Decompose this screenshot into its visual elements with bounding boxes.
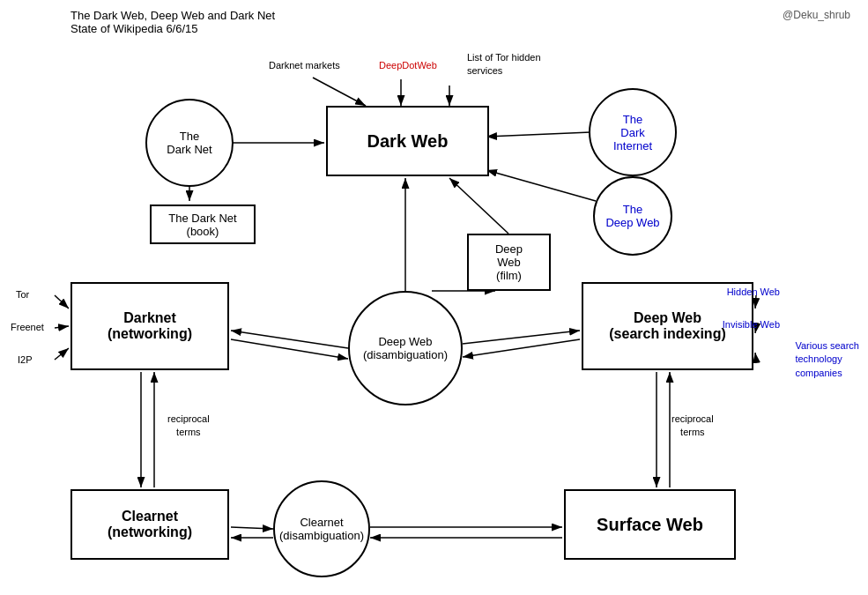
deep-web-search-label: Deep Web (search indexing) [609,310,725,342]
deepdotweb-label: DeepDotWeb [379,60,437,71]
invisible-web-label: Invisible Web [723,319,780,330]
the-dark-net-label: The Dark Net [167,130,211,156]
attribution: @Deku_shrub [783,9,850,21]
clearnet-networking-label: Clearnet (networking) [108,509,192,540]
dark-web-box: Dark Web [326,106,489,176]
the-dark-net-book-label: The Dark Net (book) [168,212,236,238]
freenet-label: Freenet [11,322,44,332]
reciprocal-left-label: reciprocalterms [167,413,210,440]
i2p-label: I2P [18,354,33,365]
svg-line-25 [55,326,69,328]
dark-web-label: Dark Web [367,131,449,152]
hidden-web-label: Hidden Web [727,286,780,297]
the-dark-internet-circle: The Dark Internet [589,88,677,176]
clearnet-disambig-circle: Clearnet (disambiguation) [273,480,370,577]
svg-line-27 [755,295,756,309]
diagram-container: The Dark Web, Deep Web and Dark Net Stat… [0,0,868,595]
deep-web-film-label: Deep Web (film) [495,242,523,282]
svg-line-13 [463,339,580,357]
reciprocal-right-label: reciprocalterms [671,413,714,440]
title: The Dark Web, Deep Web and Dark Net Stat… [70,9,275,35]
svg-line-7 [486,132,590,137]
svg-line-11 [231,339,348,359]
various-search-label: Various searchtechnologycompanies [795,339,859,380]
deep-web-disambig-circle: Deep Web (disambiguation) [348,291,463,405]
svg-line-8 [486,170,596,201]
darknet-networking-box: Darknet (networking) [70,282,229,370]
darknet-markets-label: Darknet markets [269,60,340,71]
svg-line-29 [755,353,756,360]
tor-label: Tor [16,289,29,300]
clearnet-disambig-label: Clearnet (disambiguation) [279,516,364,542]
svg-line-26 [55,348,69,360]
deep-web-film-box: Deep Web (film) [467,234,551,291]
the-deep-web-circle: The Deep Web [593,176,672,256]
the-deep-web-label: The Deep Web [605,203,659,229]
the-dark-internet-label: The Dark Internet [613,113,652,152]
the-dark-net-circle: The Dark Net [145,99,234,187]
svg-line-12 [463,331,580,344]
clearnet-networking-box: Clearnet (networking) [70,489,229,560]
svg-line-9 [449,178,508,234]
svg-line-24 [55,295,69,309]
the-dark-net-book-box: The Dark Net (book) [150,205,256,244]
surface-web-box: Surface Web [564,489,736,560]
list-tor-label: List of Tor hiddenservices [467,51,541,78]
svg-line-20 [231,527,273,529]
deep-web-disambig-label: Deep Web (disambiguation) [363,335,448,361]
svg-line-4 [313,78,366,106]
svg-line-10 [231,331,348,348]
darknet-networking-label: Darknet (networking) [108,310,192,342]
surface-web-label: Surface Web [597,515,703,535]
